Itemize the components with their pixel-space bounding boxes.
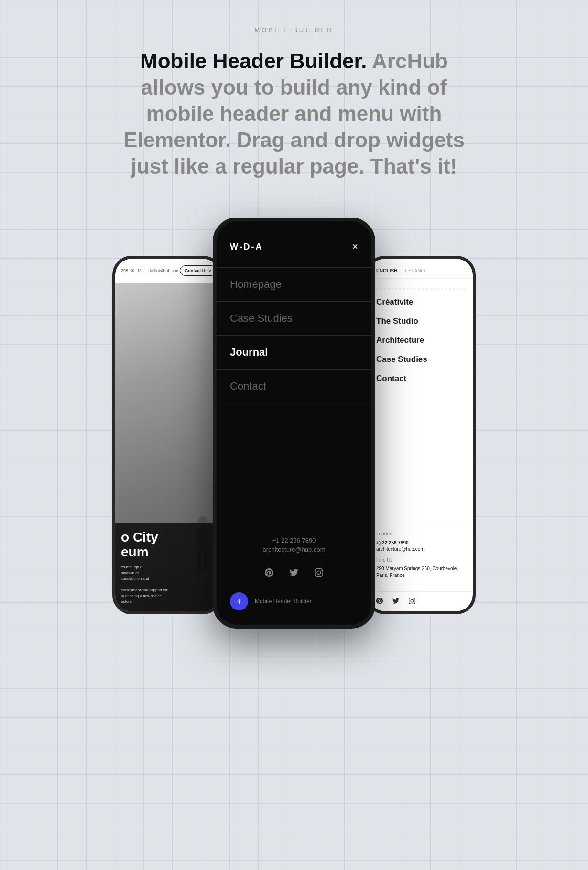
left-phone-image: o City eum es through a bination of cons… xyxy=(115,283,219,611)
fab-button[interactable]: + xyxy=(230,592,248,610)
center-email: architecture@hub.com xyxy=(230,546,358,553)
right-find-us: Find Us xyxy=(376,557,465,563)
center-contact-info: +1 22 256 7890 architecture@hub.com xyxy=(217,522,371,558)
fab-label: Mobile Header Builder xyxy=(255,598,312,605)
right-twitter-icon[interactable] xyxy=(392,598,399,606)
twitter-icon[interactable] xyxy=(289,567,299,578)
nav-item-homepage[interactable]: Homepage xyxy=(217,267,371,301)
right-nav-item-creativite[interactable]: Créativite xyxy=(376,297,465,307)
right-city: London xyxy=(376,531,465,536)
section-label: MOBILE BUILDER xyxy=(0,0,588,48)
right-nav-item-studio[interactable]: The Studio xyxy=(376,316,465,326)
right-phone-number: +) 22 256 7890 xyxy=(376,540,465,545)
right-phone-header: ENGLISH ESPANOL xyxy=(369,259,473,279)
pinterest-icon[interactable] xyxy=(264,567,274,578)
wda-logo: W-D-A xyxy=(230,242,263,252)
phones-showcase: 295 ✉ Mail: hello@hub.com Contact Us > xyxy=(0,218,588,667)
mail-label: Mail: xyxy=(138,268,147,273)
right-contact-section: London +) 22 256 7890 architecture@hub.c… xyxy=(369,523,473,591)
lang-english-button[interactable]: ENGLISH xyxy=(376,268,397,273)
nav-item-journal[interactable]: Journal xyxy=(217,335,371,369)
close-menu-button[interactable]: × xyxy=(352,240,358,253)
nav-item-contact[interactable]: Contact xyxy=(217,369,371,403)
mail-icon: ✉ xyxy=(131,268,135,273)
right-nav-item-architecture[interactable]: Architecture xyxy=(376,336,465,345)
phone-right: ENGLISH ESPANOL Créativite The Studio Ar… xyxy=(366,256,476,614)
center-phone-header: W-D-A × xyxy=(217,240,371,267)
right-pinterest-icon[interactable] xyxy=(376,598,383,606)
nav-divider xyxy=(376,288,465,290)
right-nav-item-case-studies[interactable]: Case Studies xyxy=(376,355,465,364)
center-phone-number: +1 22 256 7890 xyxy=(230,537,358,544)
right-email: architecture@hub.com xyxy=(376,546,465,552)
center-social-icons xyxy=(217,558,371,587)
city-description: es through a bination of construction an… xyxy=(121,565,214,605)
right-nav: Créativite The Studio Architecture Case … xyxy=(369,279,473,523)
hero-text-block: Mobile Header Builder. ArcHub allows you… xyxy=(103,48,485,179)
hero-bold: Mobile Header Builder. xyxy=(140,49,367,73)
fab-area: + Mobile Header Builder xyxy=(217,592,371,610)
lang-espanol-button[interactable]: ESPANOL xyxy=(405,268,427,273)
phone-center: W-D-A × Homepage Case Studies Journal Co… xyxy=(213,218,375,629)
city-title: o City eum xyxy=(121,530,214,560)
phone-left: 295 ✉ Mail: hello@hub.com Contact Us > xyxy=(112,256,222,614)
left-phone-header: 295 ✉ Mail: hello@hub.com Contact Us > xyxy=(115,259,219,283)
nav-item-case-studies[interactable]: Case Studies xyxy=(217,301,371,335)
contact-us-button[interactable]: Contact Us > xyxy=(180,265,217,276)
city-overlay: o City eum es through a bination of cons… xyxy=(115,523,219,611)
right-social-icons xyxy=(369,591,473,611)
center-nav: Homepage Case Studies Journal Contact xyxy=(217,267,371,522)
phone-number-partial: 295 xyxy=(121,268,128,273)
right-address: 290 Maryam Springs 260, Courbevoie, Pari… xyxy=(376,566,465,579)
right-instagram-icon[interactable] xyxy=(409,598,415,606)
right-nav-item-contact[interactable]: Contact xyxy=(376,374,465,383)
mail-address: hello@hub.com xyxy=(150,268,180,273)
instagram-icon[interactable] xyxy=(314,567,324,578)
left-header-info: 295 ✉ Mail: hello@hub.com xyxy=(121,268,180,273)
